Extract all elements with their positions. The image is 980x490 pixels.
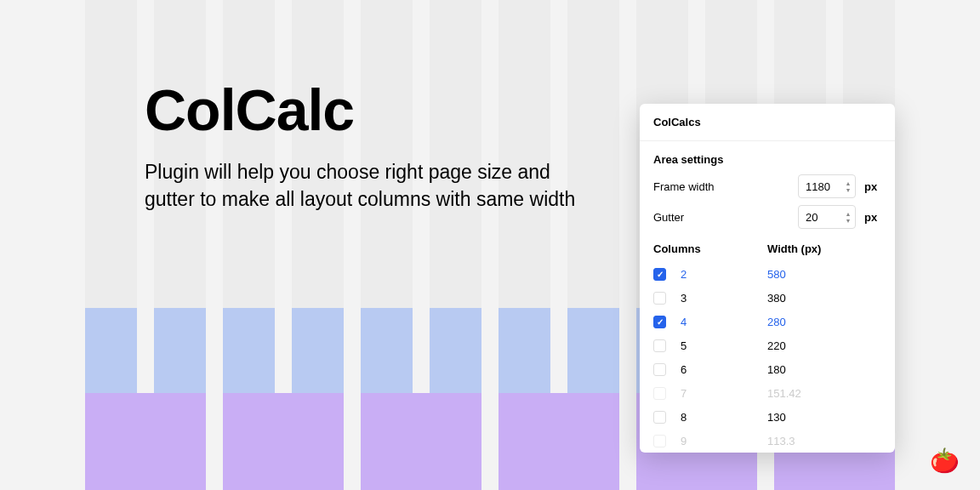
column-checkbox[interactable] <box>653 363 666 376</box>
chevron-up-icon[interactable]: ▲ <box>844 211 852 217</box>
column-width: 180 <box>767 363 786 376</box>
table-row: 7151.42 <box>653 381 881 405</box>
table-header: Columns Width (px) <box>653 242 881 255</box>
column-count: 6 <box>681 363 767 376</box>
column-width: 130 <box>767 411 786 424</box>
unit-label: px <box>864 211 881 224</box>
column-count: 9 <box>681 435 767 447</box>
column-checkbox[interactable] <box>653 411 666 424</box>
frame-width-stepper[interactable]: ▲ ▼ <box>844 180 852 193</box>
column-checkbox[interactable] <box>653 316 666 328</box>
table-row: 6180 <box>653 357 881 381</box>
column-count: 3 <box>681 292 767 305</box>
table-row: 3380 <box>653 286 881 310</box>
column-width: 580 <box>767 268 786 281</box>
area-settings-heading: Area settings <box>653 153 881 166</box>
table-row: 5220 <box>653 333 881 357</box>
column-width: 280 <box>767 316 786 328</box>
column-count: 8 <box>681 411 767 424</box>
width-header: Width (px) <box>767 242 821 255</box>
chevron-down-icon[interactable]: ▼ <box>844 218 852 224</box>
column-width: 113.3 <box>767 435 795 447</box>
plugin-panel: ColCalcs Area settings Frame width ▲ ▼ p… <box>640 104 895 453</box>
table-row: 9113.3 <box>653 429 881 453</box>
gutter-stepper[interactable]: ▲ ▼ <box>844 211 852 224</box>
column-count: 4 <box>681 316 767 328</box>
chevron-up-icon[interactable]: ▲ <box>844 180 852 186</box>
column-width: 220 <box>767 339 786 352</box>
tomato-icon[interactable]: 🍅 <box>930 447 960 475</box>
frame-width-row: Frame width ▲ ▼ px <box>653 174 881 198</box>
unit-label: px <box>864 180 881 193</box>
panel-title: ColCalcs <box>640 104 895 141</box>
column-width: 380 <box>767 292 786 305</box>
column-checkbox[interactable] <box>653 339 666 352</box>
gutter-row: Gutter ▲ ▼ px <box>653 205 881 229</box>
gutter-label: Gutter <box>653 211 798 224</box>
table-row: 4280 <box>653 310 881 333</box>
table-row: 8130 <box>653 405 881 429</box>
column-width: 151.42 <box>767 387 801 400</box>
column-count: 5 <box>681 339 767 352</box>
chevron-down-icon[interactable]: ▼ <box>844 187 852 193</box>
frame-width-label: Frame width <box>653 180 798 193</box>
column-checkbox[interactable] <box>653 268 666 281</box>
hero-section: ColCalc Plugin will help you choose righ… <box>145 77 604 213</box>
table-row: 2580 <box>653 262 881 286</box>
column-count: 7 <box>681 387 767 400</box>
hero-description: Plugin will help you choose right page s… <box>145 158 604 213</box>
column-checkbox[interactable] <box>653 292 666 305</box>
column-checkbox <box>653 435 666 447</box>
columns-header: Columns <box>653 242 767 255</box>
hero-title: ColCalc <box>145 77 604 143</box>
column-checkbox <box>653 387 666 400</box>
column-count: 2 <box>681 268 767 281</box>
